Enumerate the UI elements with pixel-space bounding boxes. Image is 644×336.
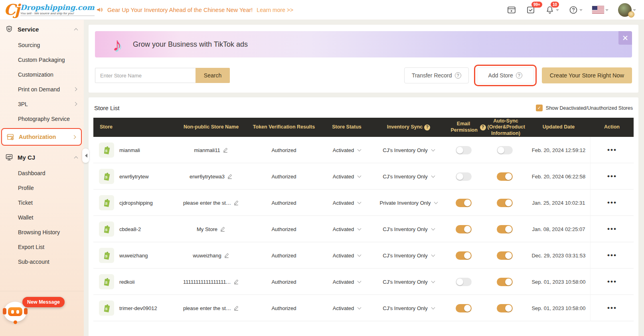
edit-icon[interactable] [227,174,233,179]
cj-dropshipping-logo[interactable]: Cj Dropshipping.com You sell - We source… [4,2,89,17]
shopify-store-icon: S [99,169,114,184]
sidebar-item[interactable]: Sub-account [0,254,84,269]
sidebar-item[interactable]: Sourcing [0,38,84,52]
create-store-button[interactable]: Create Your Store Right Now [542,67,632,83]
sidebar-item-label: Sub-account [18,259,49,265]
edit-icon[interactable] [233,305,239,311]
announcement-text: Gear Up Your Inventory Ahead of the Chin… [107,7,253,13]
store-status-dropdown[interactable]: Activated [321,200,373,206]
video-tutorial-button[interactable] [507,5,516,15]
email-permission-toggle[interactable] [456,199,472,207]
storefront-check-icon [6,132,15,141]
help-menu-button[interactable] [569,5,583,15]
row-actions-button[interactable]: ••• [590,190,634,216]
auto-sync-toggle[interactable] [497,251,513,260]
sidebar-item[interactable]: Profile [0,180,84,195]
email-permission-toggle[interactable] [456,304,472,312]
auto-sync-toggle[interactable] [497,146,513,154]
email-permission-toggle[interactable] [456,172,472,181]
new-message-badge[interactable]: New Message [22,297,65,307]
edit-icon[interactable] [223,147,228,153]
col-auto-sync: ? Auto-Sync (Order&Product Information) [482,118,527,137]
sidebar-item-label: Customization [18,71,53,78]
row-actions-button[interactable]: ••• [590,137,634,163]
tasks-button[interactable]: 99+ [526,5,535,15]
inventory-sync-value: CJ's Inventory Only [383,279,427,285]
sidebar-item-authorization[interactable]: Authorization [1,128,82,146]
sidebar-item[interactable]: 3PL [0,97,84,111]
inventory-sync-dropdown[interactable]: CJ's Inventory Only [373,279,444,285]
account-menu[interactable] [618,3,636,17]
transfer-record-button[interactable]: Transfer Record? [404,67,469,83]
inventory-sync-dropdown[interactable]: CJ's Inventory Only [373,253,444,259]
store-status-dropdown[interactable]: Activated [321,147,373,153]
sidebar-item[interactable]: Customization [0,67,84,82]
edit-icon[interactable] [220,226,225,232]
announcement-learn-more-link[interactable]: Learn more >> [257,7,293,13]
banner-close-button[interactable]: ✕ [618,31,632,45]
edit-icon[interactable] [233,200,239,206]
email-permission-toggle[interactable] [456,251,472,260]
sidebar-section-service[interactable]: Service [0,20,84,38]
sidebar-item[interactable]: Ticket [0,195,84,210]
store-name: wuweizhang [119,253,148,259]
row-actions-button[interactable]: ••• [590,216,634,242]
sidebar-item[interactable]: Custom Packaging [0,52,84,67]
row-actions-button[interactable]: ••• [590,295,634,321]
inventory-sync-dropdown[interactable]: CJ's Inventory Only [373,305,444,311]
auto-sync-toggle[interactable] [497,278,513,286]
row-actions-button[interactable]: ••• [590,269,634,295]
mycj-items: Dashboard Profile Ticket Wallet Browsing… [0,166,84,269]
chevron-down-icon [431,226,435,230]
checkbox-checked-icon[interactable]: ✓ [536,105,543,111]
sidebar-item[interactable]: Wallet [0,210,84,225]
store-status-dropdown[interactable]: Activated [321,279,373,285]
inventory-sync-dropdown[interactable]: CJ's Inventory Only [373,226,444,232]
sidebar-item[interactable]: Export List [0,239,84,254]
sidebar-item-label: Print on Demand [18,86,60,93]
more-actions-icon: ••• [607,172,617,180]
sidebar-item[interactable]: Browsing History [0,225,84,239]
show-deactivated-filter[interactable]: ✓ Show Deactivated/Unauthorized Stores [536,105,633,111]
dashboard-chart-icon [5,153,13,161]
sidebar-item[interactable]: Dashboard [0,166,84,180]
sidebar-section-my-cj[interactable]: My CJ [0,148,84,166]
svg-text:S: S [105,306,108,311]
tiktok-ads-banner[interactable]: ♪ Grow your Business with TikTok ads ✕ [95,31,632,57]
store-status-dropdown[interactable]: Activated [321,305,373,311]
store-name: cbdea8-2 [119,226,141,232]
chat-area: New Message [0,291,84,336]
auto-sync-toggle[interactable] [497,225,513,233]
col-email-permission: Email Permission [444,121,482,133]
auto-sync-toggle[interactable] [497,304,513,312]
inventory-sync-dropdown[interactable]: CJ's Inventory Only [373,174,444,180]
sidebar-item[interactable]: Print on Demand [0,82,84,97]
sidebar-collapse-handle[interactable] [82,148,89,163]
non-public-store-name: 1111111111111111111... [183,279,231,285]
notifications-button[interactable]: 10 [545,5,559,15]
edit-icon[interactable] [233,279,239,285]
row-actions-button[interactable]: ••• [590,242,634,269]
search-button[interactable]: Search [196,68,230,83]
auto-sync-toggle[interactable] [497,172,513,181]
edit-icon[interactable] [224,253,229,258]
add-store-button[interactable]: Add Store? [477,67,534,83]
sidebar-item[interactable]: Photography Service [0,111,84,126]
membership-medal-icon [628,11,634,18]
help-icon[interactable]: ? [480,125,486,130]
help-icon[interactable]: ? [424,125,430,130]
email-permission-toggle[interactable] [456,146,472,154]
email-permission-toggle[interactable] [456,278,472,286]
token-verification-result: Authorized [271,147,296,153]
store-status-dropdown[interactable]: Activated [321,226,373,232]
email-permission-toggle[interactable] [456,225,472,233]
inventory-sync-dropdown[interactable]: Private Inventory Only [373,200,444,206]
language-selector[interactable] [592,6,608,14]
auto-sync-toggle[interactable] [497,199,513,207]
more-actions-icon: ••• [607,278,617,286]
store-search-input[interactable] [95,68,196,83]
row-actions-button[interactable]: ••• [590,163,634,190]
store-status-dropdown[interactable]: Activated [321,174,373,180]
inventory-sync-dropdown[interactable]: CJ's Inventory Only [373,147,444,153]
store-status-dropdown[interactable]: Activated [321,253,373,259]
